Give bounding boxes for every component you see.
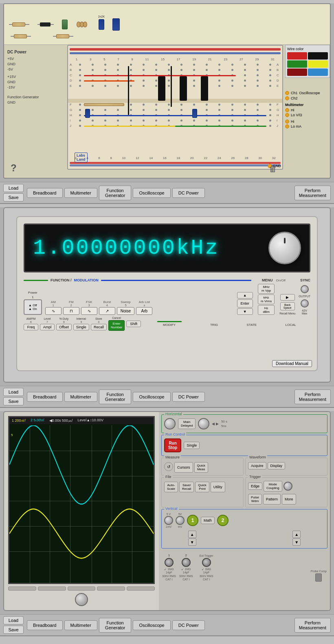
osc-acquire-btn[interactable]: Acquire: [248, 462, 266, 469]
fg-menu-up[interactable]: ▲: [237, 292, 253, 299]
osc-bb-btn1[interactable]: [8, 586, 36, 591]
perform-measurement-1[interactable]: Perform Measurement: [294, 186, 331, 200]
osc-vert-knob2[interactable]: [176, 516, 185, 525]
fg-hz-button[interactable]: HzdBm: [258, 305, 275, 315]
oscilloscope-tab-3[interactable]: Oscilloscope: [133, 620, 170, 630]
mm-lo-dot[interactable]: [285, 113, 289, 117]
function-generator-tab-2[interactable]: Function Generator: [99, 389, 132, 404]
mm-hi-dot[interactable]: [285, 108, 289, 112]
component-inductor[interactable]: [76, 21, 90, 28]
fg-noise-button[interactable]: Noise: [117, 307, 135, 315]
fg-enter-number-button[interactable]: EnterNumber: [108, 320, 125, 331]
fg-arb-button[interactable]: Arb: [136, 307, 152, 315]
perform-measurement-3[interactable]: Perform Measurement: [294, 618, 331, 633]
osc-undo-btn[interactable]: ↺: [164, 462, 173, 471]
fg-menu-down[interactable]: ▼: [237, 308, 253, 315]
osc-ch1-button[interactable]: 1: [187, 515, 198, 526]
osc-ch2-button[interactable]: 2: [217, 515, 229, 526]
wc-red[interactable]: [287, 52, 307, 60]
osc-single-button[interactable]: Single: [184, 442, 200, 449]
help-icon[interactable]: ?: [11, 162, 17, 174]
fg-right-arrow[interactable]: ▶: [280, 294, 295, 301]
trash-icon[interactable]: 🗑: [269, 164, 277, 174]
fg-output-connector[interactable]: [301, 299, 309, 308]
oscilloscope-tab-2[interactable]: Oscilloscope: [133, 392, 170, 402]
osc-run-stop-button[interactable]: Run Stop: [164, 438, 181, 452]
osc-probe-connector[interactable]: [315, 573, 322, 582]
fg-mhz-button[interactable]: MHzm Vpp: [258, 284, 275, 294]
load-button-3[interactable]: Load: [3, 616, 24, 624]
fg-freq-button[interactable]: Freq: [24, 324, 38, 330]
download-manual-button[interactable]: Download Manual: [272, 360, 312, 367]
component-cap-label[interactable]: 2n2K: [99, 19, 104, 30]
osc-quick-meas-btn[interactable]: Quick Meas: [194, 462, 208, 473]
osc-rotary-knob[interactable]: [75, 593, 88, 606]
osc-pos2-up[interactable]: ▲: [292, 531, 301, 538]
osc-ext-connector[interactable]: [202, 558, 211, 567]
perform-measurement-2[interactable]: Perform Measurement: [294, 389, 331, 404]
fg-power-button[interactable]: ▲ Off ▲ On: [24, 299, 42, 315]
osc-cursors-btn[interactable]: Cursors: [174, 462, 193, 473]
dc-power-tab-3[interactable]: DC Power: [172, 620, 205, 630]
fg-sine-button[interactable]: ∿: [45, 307, 62, 315]
osc-pos1-down[interactable]: ▼: [188, 538, 196, 546]
osc-bb-btn2[interactable]: [38, 586, 66, 591]
osc-ch1-connector[interactable]: [165, 558, 174, 567]
load-button-1[interactable]: Load: [3, 184, 24, 192]
save-button-1[interactable]: Save: [3, 193, 24, 201]
osc-pulse-width-btn[interactable]: Pulse Wdm: [248, 494, 262, 505]
fg-enter-button[interactable]: Enter: [237, 299, 253, 308]
component-resistor1[interactable]: [9, 22, 29, 27]
fg-triangle-button[interactable]: ∿: [81, 307, 97, 315]
fg-backspace-button[interactable]: BackSpace: [280, 302, 295, 310]
breadboard-tab-1[interactable]: Breadboard: [27, 188, 63, 198]
ch2-dot[interactable]: [285, 96, 289, 100]
ch1-dot[interactable]: [285, 91, 289, 95]
save-button-3[interactable]: Save: [3, 626, 24, 634]
fg-single-button[interactable]: Single: [73, 324, 89, 330]
component-resistor3[interactable]: [53, 34, 73, 39]
oscilloscope-tab-1[interactable]: Oscilloscope: [133, 188, 170, 198]
osc-horiz-knob1[interactable]: [164, 418, 176, 429]
breadboard-tab-2[interactable]: Breadboard: [27, 392, 63, 402]
osc-bb-btn5[interactable]: [127, 586, 155, 591]
breadboard-tab-3[interactable]: Breadboard: [27, 620, 63, 630]
function-generator-tab-3[interactable]: Function Generator: [99, 618, 132, 633]
osc-edge-btn[interactable]: Edge: [248, 482, 262, 490]
multimeter-tab-1[interactable]: Multimeter: [64, 188, 97, 198]
multimeter-tab-3[interactable]: Multimeter: [64, 620, 97, 630]
component-resistor2[interactable]: [11, 34, 31, 39]
osc-utility-btn[interactable]: Utility: [211, 482, 225, 492]
osc-trigger-level-knob[interactable]: [283, 482, 292, 491]
osc-bb-btn3[interactable]: [68, 586, 96, 591]
wc-yellow[interactable]: [308, 60, 328, 68]
osc-more-btn[interactable]: More: [282, 494, 296, 505]
osc-math-btn[interactable]: Math: [201, 517, 215, 524]
osc-pos2-down[interactable]: ▼: [292, 538, 301, 546]
multimeter-tab-2[interactable]: Multimeter: [64, 392, 97, 402]
fg-recall-button[interactable]: Recall: [91, 324, 107, 330]
fg-square-button[interactable]: ⊓: [63, 307, 79, 315]
osc-display-btn[interactable]: Display: [268, 462, 286, 469]
function-generator-tab-1[interactable]: Function Generator: [99, 186, 132, 200]
component-diode[interactable]: [37, 22, 54, 27]
mm-ma-lo-dot[interactable]: [285, 124, 289, 128]
osc-main-delayed-btn[interactable]: Main Delayed: [178, 418, 196, 429]
fg-ramp-button[interactable]: ↗: [99, 307, 115, 315]
wc-black[interactable]: [308, 52, 328, 60]
fg-ampl-button[interactable]: Ampl: [40, 324, 55, 330]
wc-green[interactable]: [287, 60, 307, 68]
component-cap-small[interactable]: [62, 20, 68, 29]
osc-vert-knob1[interactable]: [164, 516, 173, 525]
mm-ma-hi-dot[interactable]: [285, 120, 289, 124]
osc-ch2-connector[interactable]: [182, 558, 191, 567]
dc-power-tab-2[interactable]: DC Power: [172, 392, 205, 402]
osc-pos1-up[interactable]: ▲: [188, 531, 196, 538]
fg-shift-button[interactable]: Shift: [126, 321, 141, 327]
osc-bb-btn4[interactable]: [97, 586, 125, 591]
save-button-2[interactable]: Save: [3, 397, 24, 405]
osc-pattern-btn[interactable]: Pattern: [263, 494, 281, 505]
osc-horiz-knob2[interactable]: [198, 418, 209, 429]
fg-khz-button[interactable]: kHzm Vrms: [258, 294, 275, 304]
component-cap-large[interactable]: [112, 18, 120, 31]
